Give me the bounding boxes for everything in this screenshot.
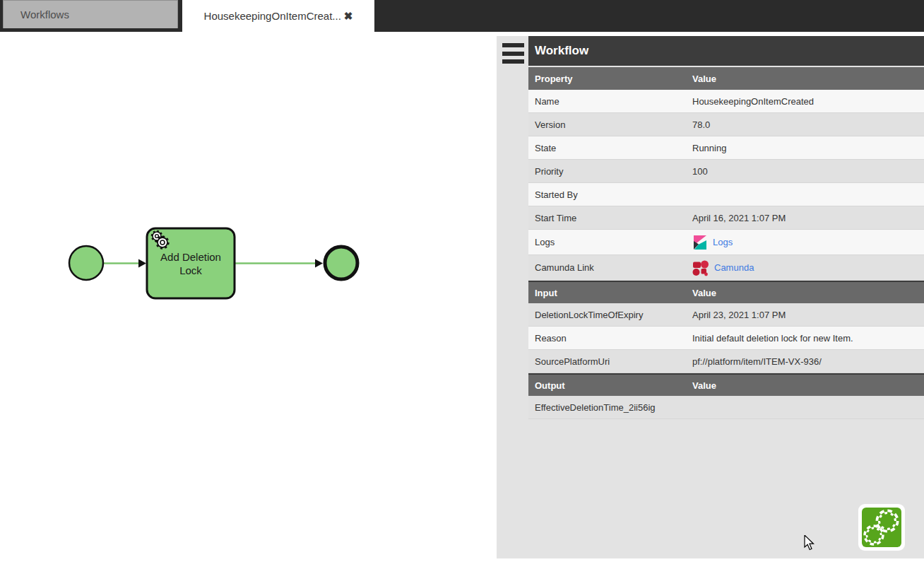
camunda-link[interactable]: Camunda [714,262,754,273]
property-cell: Start Time [528,213,692,223]
value-cell: Running [692,143,924,153]
tab-housekeeping-on-item-created[interactable]: HousekeepingOnItemCreat... ✖ [182,0,374,32]
gear-small [865,527,882,544]
tab-workflows[interactable]: Workflows [3,0,178,28]
table-row-name: Name HousekeepingOnItemCreated [528,90,924,113]
column-header-property: Property [528,74,692,84]
task-label-line2: Lock [179,264,202,276]
app-window: Workflows HousekeepingOnItemCreat... ✖ [0,0,924,574]
value-cell: pf://platform/item/ITEM-VX-936/ [692,356,924,367]
value-cell: Initial default deletion lock for new It… [692,333,924,344]
property-cell: EffectiveDeletionTime_2ii56ig [528,402,692,413]
output-table-header: Output Value [528,373,924,396]
table-row-priority: Priority 100 [528,160,924,183]
start-event[interactable] [69,246,103,280]
column-header-input: Input [528,288,692,298]
table-row-version: Version 78.0 [528,113,924,136]
value-cell: Camunda [692,259,924,276]
panel-content: Workflow Property Value Name Housekeepin… [528,36,924,419]
property-cell: Camunda Link [528,262,692,273]
property-cell: Started By [528,189,692,200]
table-row-reason: Reason Initial default deletion lock for… [528,327,924,350]
task-label-line1: Add Deletion [160,251,221,263]
camunda-brand-logo[interactable] [858,504,905,551]
close-icon[interactable]: ✖ [344,10,353,23]
property-cell: Logs [528,237,692,247]
value-cell: 78.0 [692,119,924,130]
property-cell: Priority [528,166,692,177]
value-cell: HousekeepingOnItemCreated [692,96,924,107]
table-row-camunda-link: Camunda Link Camunda [528,255,924,281]
end-event[interactable] [325,247,357,279]
logs-link[interactable]: Logs [713,237,733,247]
sequence-flow-1[interactable] [103,259,146,268]
column-header-output: Output [528,380,692,391]
tab-active-label: HousekeepingOnItemCreat... [204,10,341,22]
table-row-deletion-lock-expiry: DeletionLockTimeOfExpiry April 23, 2021 … [528,303,924,327]
column-header-value: Value [692,288,924,298]
input-table-header: Input Value [528,281,924,303]
column-header-value: Value [692,380,924,391]
property-cell: Reason [528,333,692,344]
bpmn-canvas[interactable]: Add Deletion Lock [0,32,497,558]
table-row-started-by: Started By [528,183,924,206]
table-row-source-platform-uri: SourcePlatformUri pf://platform/item/ITE… [528,350,924,373]
table-row-logs: Logs Logs [528,230,924,255]
camunda-logo-icon [692,259,709,276]
value-cell: April 16, 2021 1:07 PM [692,213,924,223]
tab-workflows-label: Workflows [20,8,69,20]
property-cell: SourcePlatformUri [528,356,692,367]
value-cell: Logs [692,235,924,250]
kibana-logo-icon [692,235,708,250]
menu-icon[interactable] [502,43,524,64]
properties-panel: Workflow Property Value Name Housekeepin… [497,36,924,558]
property-cell: State [528,143,692,153]
sequence-flow-2[interactable] [235,259,323,268]
table-row-start-time: Start Time April 16, 2021 1:07 PM [528,206,924,230]
table-row-state: State Running [528,136,924,160]
property-cell: Version [528,119,692,130]
workflow-table-header: Property Value [528,67,924,90]
service-task[interactable]: Add Deletion Lock [147,228,235,298]
property-cell: DeletionLockTimeOfExpiry [528,310,692,320]
tab-bar: Workflows HousekeepingOnItemCreat... ✖ [0,0,924,32]
panel-title: Workflow [528,36,924,66]
column-header-value: Value [692,74,924,84]
value-cell: 100 [692,166,924,177]
bpmn-diagram: Add Deletion Lock [0,32,497,558]
value-cell: April 23, 2021 1:07 PM [692,310,924,320]
property-cell: Name [528,96,692,107]
table-row-effective-deletion-time: EffectiveDeletionTime_2ii56ig [528,396,924,419]
